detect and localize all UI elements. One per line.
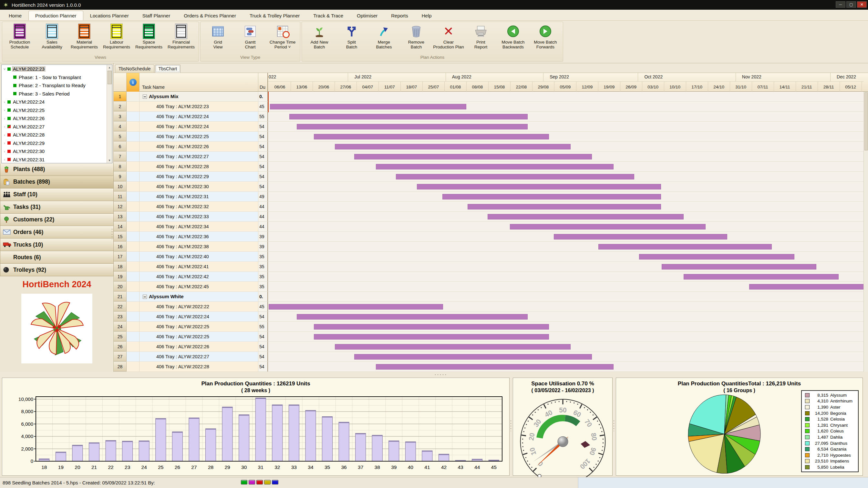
gantt-bar[interactable] [684,274,838,280]
sidebar-item-customers[interactable]: Customers (22) [0,214,114,226]
gantt-bar[interactable] [598,244,772,250]
gantt-row[interactable]: 19406 Tray : ALYM:2022:4235 [114,272,868,282]
task-name[interactable]: 406 Tray : ALYM:2022:45 [140,282,258,291]
tree-item[interactable]: Phase: 3 - Sales Period [2,90,112,98]
ribbon-button-split-batch[interactable]: Split Batch [336,23,368,54]
gantt-row[interactable]: 15406 Tray : ALYM:2022:3639 [114,232,868,242]
gantt-bar[interactable] [335,144,570,150]
gantt-row[interactable]: 17406 Tray : ALYM:2022:4035 [114,252,868,262]
row-number[interactable]: 17 [114,252,127,261]
task-name[interactable]: 406 Tray : ALYM:2022:29 [140,172,258,182]
menu-tab-reports[interactable]: Reports [384,11,415,20]
sidebar-item-orders[interactable]: Orders (46) [0,226,114,238]
tree-item[interactable]: ›ALYM:2022:30 [2,147,112,156]
row-number[interactable]: 26 [114,342,127,352]
ribbon-button-change-time-period[interactable]: Change Time Period ˅ [267,23,299,54]
gantt-bar[interactable] [396,174,634,180]
task-name[interactable]: 406 Tray : ALYW:2022:24 [140,312,258,321]
gantt-row[interactable]: 20406 Tray : ALYM:2022:4535 [114,282,868,292]
tree-item[interactable]: ˅ALYM:2022:23 [2,65,112,73]
row-number[interactable]: 27 [114,352,127,361]
ribbon-button-add-new-batch[interactable]: Add New Batch [303,23,336,54]
chevron-right-icon[interactable]: › [2,108,7,112]
duration-header[interactable]: Du [258,73,268,92]
gantt-row[interactable]: 3406 Tray : ALYM:2022:2455 [114,112,868,122]
task-name[interactable]: 406 Tray : ALYM:2022:26 [140,142,258,151]
batch-tree[interactable]: ˅ALYM:2022:23Phase: 1 - Sow to Transplan… [1,65,113,163]
gantt-bar[interactable] [749,284,864,290]
menu-tab-production-planner[interactable]: Production Planner [28,11,83,20]
row-number[interactable]: 23 [114,312,127,321]
row-info-cell[interactable] [127,112,140,121]
row-info-cell[interactable] [127,312,140,321]
row-info-cell[interactable] [127,282,140,291]
row-number[interactable]: 20 [114,282,127,291]
scroll-down-icon[interactable]: ▼ [107,158,112,163]
tree-item[interactable]: ›ALYM:2022:31 [2,156,112,164]
task-name[interactable]: 406 Tray : ALYW:2022:28 [140,362,258,371]
menu-tab-track-trace[interactable]: Track & Trace [306,11,350,20]
chevron-down-icon[interactable]: ˅ [2,67,7,71]
ribbon-button-space-requirements[interactable]: Space Requirements [133,23,165,54]
gantt-row[interactable]: 2406 Tray : ALYM:2022:2345 [114,102,868,112]
task-name[interactable]: 406 Tray : ALYM:2022:32 [140,202,258,212]
row-info-cell[interactable] [127,142,140,151]
row-info-cell[interactable] [127,232,140,241]
sidebar-item-routes[interactable]: Routes (6) [0,251,114,264]
row-info-cell[interactable] [127,242,140,252]
task-name[interactable]: 406 Tray : ALYM:2022:36 [140,232,258,241]
menu-tab-staff-planner[interactable]: Staff Planner [135,11,177,20]
task-name[interactable]: 406 Tray : ALYM:2022:42 [140,272,258,282]
gantt-row[interactable]: 4406 Tray : ALYM:2022:2454 [114,122,868,132]
scrollbar-thumb[interactable] [107,71,112,84]
row-number[interactable]: 4 [114,122,127,131]
gantt-bar[interactable] [554,234,727,239]
row-info-cell[interactable] [127,272,140,282]
minimize-button[interactable]: ─ [836,1,845,8]
row-info-cell[interactable] [127,262,140,271]
row-number[interactable]: 16 [114,242,127,252]
sidebar-item-staff[interactable]: Staff (10) [0,189,114,201]
gantt-row[interactable]: 14406 Tray : ALYM:2022:3444 [114,222,868,232]
row-number[interactable]: 24 [114,322,127,331]
gantt-row[interactable]: 18406 Tray : ALYM:2022:4135 [114,262,868,272]
task-name[interactable]: 406 Tray : ALYM:2022:23 [140,102,258,111]
row-info-cell[interactable] [127,212,140,221]
gantt-bar[interactable] [314,324,549,329]
menu-tab-home[interactable]: Home [2,11,28,20]
row-info-cell[interactable] [127,332,140,341]
ribbon-button-print-report[interactable]: Print Report [465,23,497,54]
gantt-bar[interactable] [376,164,614,169]
sidebar-item-trolleys[interactable]: Trolleys (92) [0,264,114,276]
gantt-row[interactable]: 6406 Tray : ALYM:2022:2654 [114,142,868,152]
menu-tab-orders-prices-planner[interactable]: Orders & Prices Planner [177,11,243,20]
gantt-bar[interactable] [289,114,528,120]
sidebar-item-batches[interactable]: Batches (898) [0,176,114,189]
gantt-bar[interactable] [354,154,592,159]
task-name[interactable]: 406 Tray : ALYM:2022:33 [140,212,258,221]
chevron-right-icon[interactable]: › [2,141,7,145]
task-name[interactable]: 406 Tray : ALYW:2022:25 [140,332,258,341]
task-name[interactable]: 406 Tray : ALYM:2022:27 [140,152,258,161]
gantt-row[interactable]: 16406 Tray : ALYM:2022:3839 [114,242,868,252]
gantt-row[interactable]: 5406 Tray : ALYM:2022:2554 [114,132,868,142]
ribbon-button-labour-requirements[interactable]: Labour Requirements [100,23,133,54]
gantt-row[interactable]: 10406 Tray : ALYM:2022:3054 [114,182,868,192]
task-name[interactable]: 406 Tray : ALYM:2022:40 [140,252,258,261]
gantt-bar[interactable] [354,354,592,360]
tree-item[interactable]: ›ALYM:2022:26 [2,114,112,123]
row-number[interactable]: 5 [114,132,127,141]
gantt-bar[interactable] [376,364,614,369]
row-number[interactable]: 19 [114,272,127,282]
row-info-cell[interactable] [127,292,140,301]
tree-item[interactable]: Phase: 2 - Transplant to Ready [2,82,112,90]
row-info-cell[interactable] [127,132,140,141]
task-name[interactable]: 406 Tray : ALYW:2022:26 [140,342,258,352]
gantt-bar[interactable] [417,184,661,190]
row-info-cell[interactable] [127,252,140,261]
row-number[interactable]: 18 [114,262,127,271]
row-number[interactable]: 13 [114,212,127,221]
gantt-row[interactable]: 23406 Tray : ALYW:2022:2454 [114,312,868,322]
task-name[interactable]: 406 Tray : ALYW:2022:27 [140,352,258,361]
gantt-bar[interactable] [314,134,549,139]
